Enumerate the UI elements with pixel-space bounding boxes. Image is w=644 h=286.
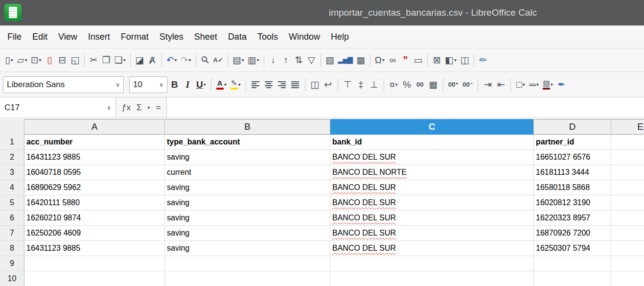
chevron-down-icon[interactable]: ▾ <box>454 58 457 63</box>
new-document-button[interactable]: ▯▾ <box>3 52 15 69</box>
cut-button[interactable]: ✂ <box>88 52 100 69</box>
row-header[interactable]: 10 <box>0 271 24 286</box>
spelling-button[interactable]: A✓ <box>212 52 225 69</box>
chevron-down-icon[interactable]: ▾ <box>382 58 385 63</box>
menu-sheet[interactable]: Sheet <box>189 29 223 45</box>
cell[interactable] <box>611 226 644 240</box>
insert-image-button[interactable]: ▧ <box>324 52 336 69</box>
menu-insert[interactable]: Insert <box>83 29 115 45</box>
cell[interactable]: BANCO DEL SUR <box>330 150 534 165</box>
cell[interactable]: BANCO DEL SUR <box>330 241 534 256</box>
column-header-c-selected[interactable]: C <box>330 119 534 135</box>
autofilter-button[interactable]: ▽ <box>305 52 318 69</box>
chevron-down-icon[interactable]: ▾ <box>123 58 126 63</box>
align-left-button[interactable] <box>250 76 262 93</box>
undo-button[interactable]: ↶▾ <box>165 52 179 69</box>
align-vcenter-button[interactable]: ‡ <box>355 76 367 93</box>
cell[interactable] <box>611 211 644 225</box>
chevron-down-icon[interactable]: ▾ <box>39 58 42 63</box>
cell[interactable] <box>611 165 644 180</box>
insert-rows-button[interactable]: ▤▾ <box>231 52 246 69</box>
export-pdf-button[interactable]: ▯ <box>44 52 56 69</box>
cell[interactable]: 16651027 6576 <box>534 150 611 165</box>
insert-chart-button[interactable]: ▂▅▇ <box>337 52 354 69</box>
chevron-down-icon[interactable]: ▾ <box>242 58 244 63</box>
highlight-color-button[interactable]: ✎▾ <box>229 76 242 93</box>
cell[interactable] <box>611 256 644 271</box>
currency-format-button[interactable]: ¤▾ <box>388 76 400 93</box>
cell[interactable] <box>611 150 644 165</box>
cell[interactable] <box>611 135 644 149</box>
chevron-down-icon[interactable]: ▾ <box>175 58 177 63</box>
align-bottom-button[interactable]: ⊥ <box>368 76 380 93</box>
cell[interactable]: 16431123 9885 <box>24 150 165 165</box>
borders-button[interactable]: □▾ <box>514 76 527 93</box>
print-button[interactable]: ⊟ <box>56 52 69 69</box>
sort-ascending-button[interactable]: ↓ <box>267 52 279 69</box>
cell[interactable]: 16020812 3190 <box>534 195 611 210</box>
column-header-a[interactable]: A <box>24 119 165 135</box>
cell[interactable]: 16181113 3444 <box>534 165 611 180</box>
increase-indent-button[interactable]: ⇥ <box>482 76 494 93</box>
align-right-button[interactable] <box>276 76 288 93</box>
cell[interactable]: saving <box>165 180 330 195</box>
cell[interactable] <box>534 256 611 271</box>
cell[interactable]: saving <box>165 226 330 240</box>
wrap-text-button[interactable]: ↩ <box>322 76 334 93</box>
cell[interactable] <box>165 271 330 286</box>
underline-button[interactable]: U▾ <box>195 76 207 93</box>
cell[interactable] <box>611 195 644 210</box>
menu-edit[interactable]: Edit <box>27 29 53 45</box>
menu-view[interactable]: View <box>53 29 83 45</box>
special-character-button[interactable]: Ω▾ <box>373 52 386 69</box>
cell[interactable]: BANCO DEL SUR <box>330 211 534 225</box>
row-header[interactable]: 7 <box>0 226 24 240</box>
cell[interactable] <box>165 256 330 271</box>
open-button[interactable]: ▱▾ <box>16 52 29 69</box>
menu-format[interactable]: Format <box>115 29 154 45</box>
find-replace-button[interactable] <box>199 52 211 69</box>
formula-button[interactable]: = <box>156 103 161 113</box>
cell[interactable]: 16431123 9885 <box>24 241 165 256</box>
cell[interactable]: 16420111 5880 <box>24 195 165 210</box>
cell[interactable]: 16250206 4609 <box>24 226 165 240</box>
menu-data[interactable]: Data <box>223 29 252 45</box>
cell[interactable]: 16260210 9874 <box>24 211 165 225</box>
chevron-down-icon[interactable]: ▾ <box>536 82 539 87</box>
cell[interactable]: saving <box>165 150 330 165</box>
row-header[interactable]: 1 <box>0 135 24 149</box>
column-header-b[interactable]: B <box>165 119 330 135</box>
row-header[interactable]: 9 <box>0 256 24 271</box>
row-header[interactable]: 4 <box>0 180 24 195</box>
add-decimal-button[interactable]: 00⁺ <box>447 76 460 93</box>
function-wizard-button[interactable]: ƒx <box>122 103 131 113</box>
pivot-table-button[interactable]: ▦ <box>355 52 367 69</box>
cell[interactable]: 16220323 8957 <box>534 211 611 225</box>
row-header[interactable]: 5 <box>0 195 24 210</box>
cell[interactable]: 16890629 5962 <box>24 180 165 195</box>
sort-button[interactable]: ⇅ <box>293 52 305 69</box>
cell[interactable]: 16580118 5868 <box>534 180 611 195</box>
date-format-button[interactable]: ▦ <box>427 76 439 93</box>
cell[interactable] <box>611 180 644 195</box>
chevron-down-icon[interactable]: ▾ <box>224 82 227 87</box>
cell[interactable]: saving <box>165 211 330 225</box>
align-top-button[interactable]: ⊤ <box>342 76 354 93</box>
percent-format-button[interactable]: % <box>401 76 413 93</box>
chevron-down-icon[interactable]: ∨ <box>159 81 163 88</box>
cell[interactable]: acc_number <box>24 135 165 149</box>
clone-formatting-button[interactable]: ◪ <box>134 52 146 69</box>
draw-functions-button[interactable]: ✏ <box>477 52 489 69</box>
cell[interactable]: bank_id <box>330 135 534 149</box>
chevron-down-icon[interactable]: ∨ <box>107 104 111 111</box>
align-justify-button[interactable] <box>289 76 301 93</box>
row-header[interactable]: 2 <box>0 150 24 165</box>
chevron-down-icon[interactable]: ▾ <box>551 82 553 87</box>
border-style-button[interactable]: ═▾ <box>528 76 540 93</box>
cell[interactable] <box>611 241 644 256</box>
chevron-down-icon[interactable]: ▾ <box>523 82 525 87</box>
delete-decimal-button[interactable]: 00⁻ <box>461 76 474 93</box>
align-center-button[interactable] <box>263 76 275 93</box>
cell[interactable]: BANCO DEL SUR <box>330 226 534 240</box>
cell[interactable] <box>330 271 534 286</box>
